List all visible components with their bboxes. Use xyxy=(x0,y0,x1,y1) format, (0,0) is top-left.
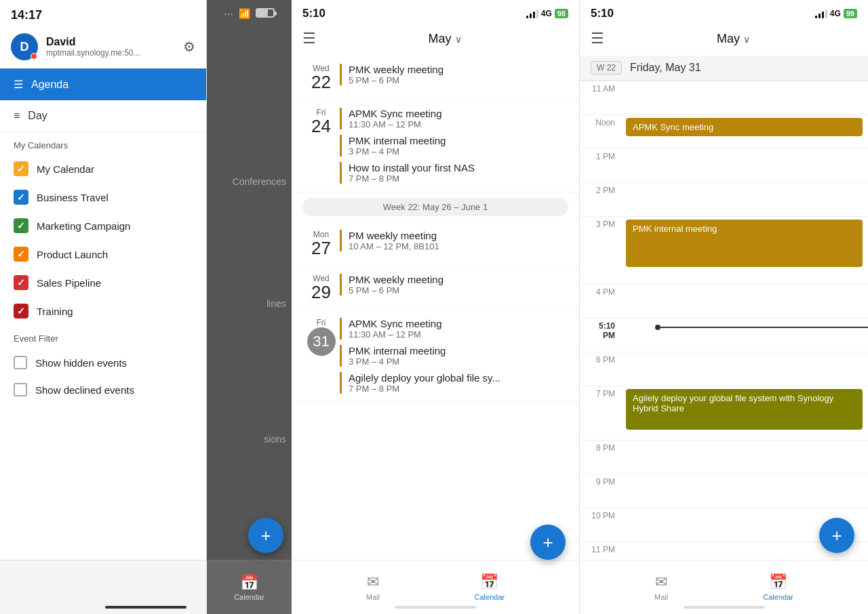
my-calendar-checkbox[interactable]: ✓ xyxy=(14,161,28,176)
user-info: David mptmail.synology.me:50... xyxy=(46,36,175,58)
event-pmk-internal-day[interactable]: PMK internal meeting xyxy=(626,220,863,267)
signal-dots: ··· xyxy=(224,8,233,20)
event-filter-section: Event Filter Show hidden events Show dec… xyxy=(0,325,206,407)
bottom-nav-calendar[interactable]: 📅 Calendar xyxy=(475,573,505,601)
show-hidden-label: Show hidden events xyxy=(35,357,127,369)
day-label-wed22: Wed 22 xyxy=(302,64,340,91)
calendar-item-business-travel[interactable]: ✓ Business Travel xyxy=(0,183,206,211)
hamburger-menu-icon[interactable]: ☰ xyxy=(302,30,316,47)
user-email: mptmail.synology.me:50... xyxy=(46,48,175,58)
day-bottom-nav-calendar[interactable]: 📅 Calendar xyxy=(763,573,793,601)
event-agilely-deploy[interactable]: Agilely deploy your global file sy... 7 … xyxy=(340,372,568,394)
day-view-panel: 5:10 4G 99 ☰ May ∨ W 22 Friday, May 31 1… xyxy=(580,0,868,614)
event-nas-install[interactable]: How to install your first NAS 7 PM – 8 P… xyxy=(340,162,568,184)
calendar-label: Calendar xyxy=(475,593,505,601)
time-row-6pm: 6 PM xyxy=(580,352,868,386)
calendar-item-my-calendar[interactable]: ✓ My Calendar xyxy=(0,155,206,183)
day-hamburger-icon[interactable]: ☰ xyxy=(591,30,604,47)
time-label-noon: Noon xyxy=(580,115,620,127)
business-travel-checkbox[interactable]: ✓ xyxy=(14,190,28,205)
events-fri24: APMK Sync meeting 11:30 AM – 12 PM PMK i… xyxy=(340,108,568,184)
filter-show-declined[interactable]: Show declined events xyxy=(14,376,193,403)
day-app-header: ☰ May ∨ xyxy=(580,24,868,56)
calendar-item-product-launch[interactable]: ✓ Product Launch xyxy=(0,240,206,268)
event-apmk-sync-2[interactable]: APMK Sync meeting 11:30 AM – 12 PM xyxy=(340,318,568,340)
calendar-icon: 📅 xyxy=(480,573,498,591)
time-row-2pm: 2 PM xyxy=(580,182,868,216)
day-label-wed29: Wed 29 xyxy=(302,274,340,301)
day-battery-level: 99 xyxy=(844,9,857,18)
sidebar-status-bar: 14:17 xyxy=(0,0,206,28)
event-apmk-sync-day[interactable]: APMK Sync meeting xyxy=(626,118,863,136)
training-checkbox[interactable]: ✓ xyxy=(14,304,28,319)
time-label-11pm: 11 PM xyxy=(580,542,620,554)
day-label: Day xyxy=(28,110,47,122)
show-hidden-checkbox[interactable] xyxy=(14,356,27,369)
agenda-panel: 5:10 4G 98 ☰ May ∨ Wed 22 xyxy=(292,0,580,614)
status-time: 14:17 xyxy=(11,8,42,22)
show-declined-label: Show declined events xyxy=(35,384,134,396)
event-pmk-internal-2[interactable]: PMK internal meeting 3 PM – 4 PM xyxy=(340,345,568,367)
battery-icon xyxy=(256,8,275,18)
mail-icon: ✉ xyxy=(367,573,379,591)
event-pmk-weekly-1[interactable]: PMK weekly meeting 5 PM – 6 PM xyxy=(340,64,568,85)
day-mail-label: Mail xyxy=(654,593,668,601)
day-status-right: 4G 99 xyxy=(815,9,857,18)
day-nav-icon: ≡ xyxy=(14,110,20,122)
calendar-item-sales-pipeline[interactable]: ✓ Sales Pipeline xyxy=(0,268,206,297)
time-label-8pm: 8 PM xyxy=(580,441,620,453)
event-pm-weekly[interactable]: PM weekly meeting 10 AM – 12 PM, 8B101 xyxy=(340,230,568,251)
event-pmk-weekly-2[interactable]: PMK weekly meeting 5 PM – 6 PM xyxy=(340,274,568,295)
nav-agenda-item[interactable]: ☰ Agenda xyxy=(0,68,206,100)
agenda-month-title: May ∨ xyxy=(321,32,568,46)
agenda-fab[interactable]: + xyxy=(530,525,566,560)
sidebar-header: D David mptmail.synology.me:50... ⚙ xyxy=(0,28,206,68)
current-time-dot xyxy=(655,325,660,330)
user-name: David xyxy=(46,36,175,48)
sidebar-content: 14:17 D David mptmail.synology.me:50... … xyxy=(0,0,207,614)
agenda-day-wed29: Wed 29 PMK weekly meeting 5 PM – 6 PM xyxy=(292,266,579,310)
agenda-fab-plus-icon: + xyxy=(542,532,553,553)
week-header: W 22 Friday, May 31 xyxy=(580,56,868,81)
day-bottom-nav-mail[interactable]: ✉ Mail xyxy=(654,573,668,601)
calendar-item-training[interactable]: ✓ Training xyxy=(0,297,206,325)
avatar[interactable]: D xyxy=(11,33,38,60)
day-mail-icon: ✉ xyxy=(655,573,667,591)
agenda-app-header: ☰ May ∨ xyxy=(292,24,579,56)
month-chevron-icon[interactable]: ∨ xyxy=(455,34,462,45)
my-calendars-heading: My Calendars xyxy=(0,132,206,155)
day-calendar-icon: 📅 xyxy=(769,573,787,591)
sidebar-panel: 14:17 D David mptmail.synology.me:50... … xyxy=(0,0,292,614)
dark-bottom-bar: 📅 Calendar xyxy=(207,560,292,614)
time-label-9pm: 9 PM xyxy=(580,474,620,487)
dark-fab-button[interactable]: + xyxy=(248,518,283,553)
signal-bars xyxy=(526,9,538,18)
marketing-campaign-label: Marketing Campaign xyxy=(37,220,130,232)
day-month-chevron-icon[interactable]: ∨ xyxy=(743,34,750,45)
dark-text-sions: sions xyxy=(264,434,286,445)
day-view-fab[interactable]: + xyxy=(819,518,854,553)
settings-icon[interactable]: ⚙ xyxy=(183,39,195,55)
sales-pipeline-checkbox[interactable]: ✓ xyxy=(14,275,28,290)
show-declined-checkbox[interactable] xyxy=(14,383,27,396)
day-date-title: Friday, May 31 xyxy=(630,62,701,74)
marketing-campaign-checkbox[interactable]: ✓ xyxy=(14,218,28,233)
events-mon27: PM weekly meeting 10 AM – 12 PM, 8B101 xyxy=(340,230,568,257)
event-agilely-deploy-day[interactable]: Agilely deploy your global file system w… xyxy=(626,389,863,430)
calendar-item-marketing-campaign[interactable]: ✓ Marketing Campaign xyxy=(0,211,206,240)
bottom-nav-mail[interactable]: ✉ Mail xyxy=(366,573,380,601)
product-launch-checkbox[interactable]: ✓ xyxy=(14,247,28,262)
agenda-day-mon27: Mon 27 PM weekly meeting 10 AM – 12 PM, … xyxy=(292,222,579,266)
day-status-time: 5:10 xyxy=(591,7,614,20)
time-label-4pm: 4 PM xyxy=(580,285,620,297)
time-row-4pm: 4 PM xyxy=(580,284,868,318)
training-label: Training xyxy=(37,306,73,317)
business-travel-label: Business Travel xyxy=(37,192,108,203)
event-pmk-internal-1[interactable]: PMK internal meeting 3 PM – 4 PM xyxy=(340,135,568,157)
nav-day-item[interactable]: ≡ Day xyxy=(0,100,206,132)
event-apmk-sync-1[interactable]: APMK Sync meeting 11:30 AM – 12 PM xyxy=(340,108,568,129)
time-label-10pm: 10 PM xyxy=(580,508,620,520)
battery-level: 98 xyxy=(555,9,568,18)
filter-show-hidden[interactable]: Show hidden events xyxy=(14,349,193,376)
day-label-fri24: Fri 24 xyxy=(302,108,340,184)
